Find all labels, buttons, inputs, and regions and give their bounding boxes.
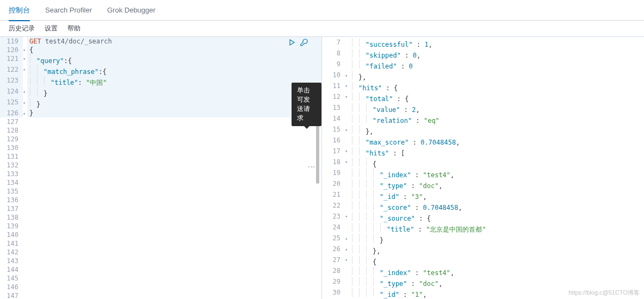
fold-toggle bbox=[345, 49, 349, 60]
fold-toggle bbox=[23, 37, 27, 46]
fold-toggle bbox=[345, 60, 349, 71]
code-line[interactable]: 131 bbox=[0, 152, 321, 161]
code-line[interactable]: 24 "title" : "北京是中国的首都" bbox=[322, 223, 644, 234]
code-line[interactable]: 144 bbox=[0, 265, 321, 274]
code-line[interactable]: 130 bbox=[0, 144, 321, 152]
code-line[interactable]: 126 ▴ } bbox=[0, 109, 321, 117]
code-line[interactable]: 29 "_type" : "doc", bbox=[322, 277, 644, 288]
fold-toggle bbox=[23, 187, 27, 196]
code-line[interactable]: 142 bbox=[0, 248, 321, 257]
code-line[interactable]: 9 "failed" : 0 bbox=[322, 60, 644, 71]
fold-toggle[interactable]: ▾ bbox=[345, 158, 349, 169]
fold-toggle[interactable]: ▴ bbox=[345, 234, 349, 245]
code-line[interactable]: 8 "skipped" : 0, bbox=[322, 49, 644, 60]
code-line[interactable]: 124 ▴ } bbox=[0, 87, 321, 98]
fold-toggle[interactable]: ▾ bbox=[23, 46, 27, 54]
code-line[interactable]: 132 bbox=[0, 161, 321, 170]
code-line[interactable]: 12 ▾ "total" : { bbox=[322, 92, 644, 103]
code-line[interactable]: 143 bbox=[0, 257, 321, 265]
code-line[interactable]: 141 bbox=[0, 239, 321, 248]
tab-console[interactable]: 控制台 bbox=[9, 0, 30, 21]
resize-handle-icon[interactable]: ⋮ bbox=[307, 163, 316, 172]
code-line[interactable]: 145 bbox=[0, 274, 321, 283]
code-line[interactable]: 125 ▴ } bbox=[0, 98, 321, 109]
code-line[interactable]: 28 "_index" : "test4", bbox=[322, 266, 644, 277]
wrench-icon[interactable] bbox=[300, 38, 308, 47]
code-line[interactable]: 140 bbox=[0, 231, 321, 239]
code-line[interactable]: 120 ▾ { bbox=[0, 46, 321, 54]
code-line[interactable]: 127 bbox=[0, 117, 321, 126]
line-number: 8 bbox=[322, 49, 345, 60]
subtab-history[interactable]: 历史记录 bbox=[9, 24, 35, 33]
fold-toggle[interactable]: ▾ bbox=[345, 212, 349, 223]
code-line[interactable]: 138 bbox=[0, 213, 321, 222]
scrollbar-thumb[interactable] bbox=[316, 119, 319, 184]
play-icon[interactable] bbox=[288, 38, 296, 47]
line-number: 130 bbox=[0, 144, 23, 152]
fold-toggle[interactable]: ▾ bbox=[345, 92, 349, 103]
line-number: 29 bbox=[322, 277, 345, 288]
code-line[interactable]: 15 ▴ }, bbox=[322, 125, 644, 136]
line-number: 19 bbox=[322, 169, 345, 179]
code-line[interactable]: 22 "_score" : 0.7048458, bbox=[322, 201, 644, 212]
tab-search-profiler[interactable]: Search Profiler bbox=[45, 1, 92, 20]
fold-toggle bbox=[345, 179, 349, 190]
fold-toggle[interactable]: ▾ bbox=[345, 256, 349, 266]
line-number: 136 bbox=[0, 196, 23, 204]
fold-toggle[interactable]: ▴ bbox=[23, 98, 27, 109]
code-line[interactable]: 119 GET test4/doc/_search bbox=[0, 37, 321, 46]
code-line[interactable]: 18 ▾ { bbox=[322, 158, 644, 169]
fold-toggle bbox=[345, 169, 349, 179]
subtab-help[interactable]: 帮助 bbox=[67, 24, 81, 33]
code-line[interactable]: 139 bbox=[0, 222, 321, 231]
line-number: 25 bbox=[322, 234, 345, 245]
line-number: 132 bbox=[0, 161, 23, 170]
fold-toggle[interactable]: ▴ bbox=[23, 87, 27, 98]
code-line[interactable]: 146 bbox=[0, 283, 321, 291]
code-line[interactable]: 19 "_index" : "test4", bbox=[322, 169, 644, 179]
fold-toggle[interactable]: ▾ bbox=[23, 54, 27, 65]
line-number: 143 bbox=[0, 257, 23, 265]
code-line[interactable]: 27 ▾ { bbox=[322, 256, 644, 266]
code-line[interactable]: 11 ▾ "hits" : { bbox=[322, 82, 644, 92]
fold-toggle[interactable]: ▾ bbox=[345, 82, 349, 92]
code-line[interactable]: 16 "max_score" : 0.7048458, bbox=[322, 136, 644, 147]
code-line[interactable]: 26 ▴ }, bbox=[322, 245, 644, 256]
code-line[interactable]: 133 bbox=[0, 170, 321, 178]
code-line[interactable]: 137 bbox=[0, 204, 321, 213]
code-line[interactable]: 21 "_id" : "3", bbox=[322, 190, 644, 201]
code-line[interactable]: 20 "_type" : "doc", bbox=[322, 179, 644, 190]
request-editor[interactable]: 119 GET test4/doc/_search 120 ▾ { 121 ▾ … bbox=[0, 37, 322, 299]
code-line[interactable]: 134 bbox=[0, 178, 321, 187]
code-line[interactable]: 136 bbox=[0, 196, 321, 204]
subtab-settings[interactable]: 设置 bbox=[45, 24, 58, 33]
fold-toggle[interactable]: ▴ bbox=[345, 245, 349, 256]
code-line[interactable]: 10 ▴ }, bbox=[322, 71, 644, 82]
code-line[interactable]: 7 "successful" : 1, bbox=[322, 38, 644, 49]
fold-toggle[interactable]: ▴ bbox=[345, 125, 349, 136]
code-line[interactable]: 135 bbox=[0, 187, 321, 196]
fold-toggle bbox=[23, 257, 27, 265]
fold-toggle[interactable]: ▴ bbox=[23, 109, 27, 117]
code-line[interactable]: 129 bbox=[0, 135, 321, 144]
fold-toggle[interactable]: ▾ bbox=[23, 65, 27, 76]
code-line[interactable]: 128 bbox=[0, 126, 321, 135]
code-line[interactable]: 25 ▴ } bbox=[322, 234, 644, 245]
fold-toggle[interactable]: ▴ bbox=[345, 71, 349, 82]
line-number: 20 bbox=[322, 179, 345, 190]
line-number: 141 bbox=[0, 239, 23, 248]
line-number: 129 bbox=[0, 135, 23, 144]
code-line[interactable]: 147 bbox=[0, 291, 321, 299]
code-line[interactable]: 13 "value" : 2, bbox=[322, 103, 644, 114]
response-viewer[interactable]: 7 "successful" : 1, 8 "skipped" : 0, 9 "… bbox=[322, 37, 644, 299]
fold-toggle[interactable]: ▾ bbox=[345, 147, 349, 158]
code-line[interactable]: 122 ▾ "match_phrase":{ bbox=[0, 65, 321, 76]
line-number: 134 bbox=[0, 178, 23, 187]
code-line[interactable]: 14 "relation" : "eq" bbox=[322, 114, 644, 125]
code-line[interactable]: 121 ▾ "query":{ bbox=[0, 54, 321, 65]
code-line[interactable]: 23 ▾ "_source" : { bbox=[322, 212, 644, 223]
line-number: 122 bbox=[0, 65, 23, 76]
code-line[interactable]: 17 ▾ "hits" : [ bbox=[322, 147, 644, 158]
tab-grok-debugger[interactable]: Grok Debugger bbox=[107, 1, 156, 20]
code-line[interactable]: 123 "title": "中国" bbox=[0, 76, 321, 87]
